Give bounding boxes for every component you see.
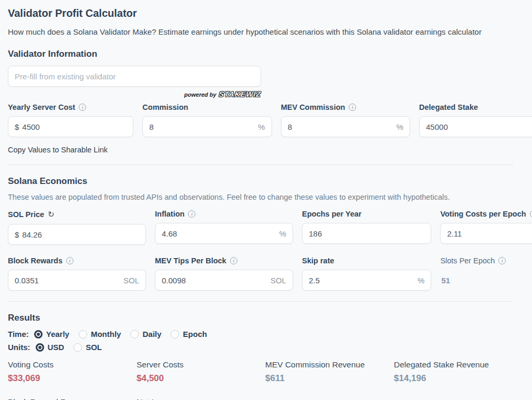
info-icon[interactable]: i xyxy=(230,257,237,264)
slots-per-epoch-value: 51 xyxy=(440,270,532,291)
percent-suffix: % xyxy=(418,276,424,285)
field-voting-costs-per-epoch: Voting Costs per Epoch i SOL xyxy=(440,210,532,245)
result-delegated-stake-revenue: Delegated Stake Revenue $14,196 xyxy=(394,360,514,384)
block-rewards-input[interactable] xyxy=(15,276,119,285)
percent-suffix: % xyxy=(397,122,403,131)
refresh-icon[interactable]: ↻ xyxy=(48,210,55,219)
solana-economics-heading: Solana Economics xyxy=(8,176,514,187)
currency-prefix: $ xyxy=(15,230,19,239)
mev-commission-input[interactable] xyxy=(288,122,392,131)
validator-information-heading: Validator Information xyxy=(8,49,514,59)
time-radio-group: Time: Yearly Monthly Daily Epoch xyxy=(8,330,514,339)
field-delegated-stake: Delegated Stake SOL xyxy=(419,103,532,137)
powered-by-label: powered by xyxy=(184,91,216,98)
sol-price-label: SOL Price ↻ xyxy=(8,210,146,219)
field-epochs-per-year: Epochs per Year xyxy=(302,210,431,245)
radio-icon[interactable] xyxy=(130,330,139,339)
voting-costs-per-epoch-input[interactable] xyxy=(447,229,532,238)
epochs-per-year-label: Epochs per Year xyxy=(302,210,431,218)
time-option-epoch[interactable]: Epoch xyxy=(171,330,207,339)
field-inflation: Inflation i % xyxy=(155,210,293,245)
yearly-server-cost-label: Yearly Server Cost i xyxy=(8,103,133,111)
copy-sharable-link[interactable]: Copy Values to Sharable Link xyxy=(8,146,108,154)
mev-tips-per-block-label: MEV Tips Per Block i xyxy=(155,257,293,265)
result-server-costs: Server Costs $4,500 xyxy=(137,360,256,384)
info-icon[interactable]: i xyxy=(349,104,356,111)
delegated-stake-label: Delegated Stake xyxy=(419,103,532,111)
field-commission: Commission % xyxy=(142,103,272,137)
time-option-yearly[interactable]: Yearly xyxy=(34,330,69,339)
result-mev-commission-revenue: MEV Commission Revenue $611 xyxy=(265,360,385,384)
radio-icon[interactable] xyxy=(79,330,87,339)
radio-icon[interactable] xyxy=(74,343,82,352)
info-icon[interactable]: i xyxy=(79,104,86,111)
time-option-daily[interactable]: Daily xyxy=(130,330,161,339)
commission-input[interactable] xyxy=(149,122,254,131)
validator-fields-grid: Yearly Server Cost i $ Commission % MEV … xyxy=(8,103,514,137)
result-voting-costs: Voting Costs $33,069 xyxy=(8,360,128,384)
section-divider xyxy=(8,165,514,165)
results-heading: Results xyxy=(8,313,514,323)
percent-suffix: % xyxy=(279,229,286,238)
stakewiz-logo: STAKEWIZ xyxy=(218,90,262,98)
delegated-stake-revenue-value: $14,196 xyxy=(394,373,514,384)
epochs-per-year-input[interactable] xyxy=(309,229,424,238)
section-divider xyxy=(8,301,514,302)
page-subtitle: How much does a Solana Validator Make? E… xyxy=(8,26,483,38)
field-mev-tips-per-block: MEV Tips Per Block i SOL xyxy=(155,257,293,291)
mev-commission-label: MEV Commission i xyxy=(281,103,410,111)
results-grid: Voting Costs $33,069 Server Costs $4,500… xyxy=(8,360,514,400)
info-icon[interactable]: i xyxy=(530,210,532,218)
block-rewards-label: Block Rewards i xyxy=(8,257,146,265)
delegated-stake-input[interactable] xyxy=(426,122,530,131)
field-block-rewards: Block Rewards i SOL xyxy=(8,257,146,291)
sol-suffix: SOL xyxy=(270,276,286,285)
economics-fields-grid: SOL Price ↻ $ Inflation i % Epochs per Y… xyxy=(8,210,514,291)
currency-prefix: $ xyxy=(15,122,19,131)
commission-label: Commission xyxy=(142,103,272,111)
info-icon[interactable]: i xyxy=(498,257,506,264)
powered-by: powered bySTAKEWIZ xyxy=(8,89,261,99)
mev-tips-per-block-input[interactable] xyxy=(162,276,266,285)
radio-icon[interactable] xyxy=(171,330,179,339)
inflation-label: Inflation i xyxy=(155,210,293,218)
info-icon[interactable]: i xyxy=(188,210,195,218)
field-sol-price: SOL Price ↻ $ xyxy=(8,210,146,245)
result-block-reward-revenue: Block Reward Revenue $27,354 xyxy=(8,397,128,400)
skip-rate-input[interactable] xyxy=(309,276,413,285)
field-yearly-server-cost: Yearly Server Cost i $ xyxy=(8,103,133,137)
result-net-income: Net Income $4,592 xyxy=(137,397,256,400)
server-costs-value: $4,500 xyxy=(137,373,256,384)
slots-per-epoch-label: Slots Per Epoch i xyxy=(440,257,532,265)
info-icon[interactable]: i xyxy=(66,257,74,264)
units-option-sol[interactable]: SOL xyxy=(74,343,102,352)
yearly-server-cost-input[interactable] xyxy=(22,122,127,131)
mev-commission-revenue-value: $611 xyxy=(265,373,385,384)
skip-rate-label: Skip rate xyxy=(302,257,431,265)
time-option-monthly[interactable]: Monthly xyxy=(79,330,121,339)
time-group-label: Time: xyxy=(8,330,29,339)
prefill-validator-input[interactable] xyxy=(8,66,261,87)
units-radio-group: Units: USD SOL xyxy=(8,343,514,352)
units-option-usd[interactable]: USD xyxy=(36,343,65,352)
solana-economics-description: These values are populated from trusted … xyxy=(8,193,514,201)
radio-selected-icon[interactable] xyxy=(34,330,43,339)
inflation-input[interactable] xyxy=(162,229,275,238)
field-slots-per-epoch: Slots Per Epoch i 51 xyxy=(440,257,532,291)
page-title: Validator Profit Calculator xyxy=(8,7,514,19)
percent-suffix: % xyxy=(258,122,265,131)
voting-costs-per-epoch-label: Voting Costs per Epoch i xyxy=(440,210,532,218)
voting-costs-value: $33,069 xyxy=(8,373,128,384)
field-mev-commission: MEV Commission i % xyxy=(281,103,410,137)
page-content: Validator Profit Calculator How much doe… xyxy=(8,0,514,400)
radio-selected-icon[interactable] xyxy=(36,343,44,352)
sol-price-input[interactable] xyxy=(22,230,139,239)
units-group-label: Units: xyxy=(8,343,30,352)
sol-suffix: SOL xyxy=(123,276,139,285)
field-skip-rate: Skip rate % xyxy=(302,257,431,291)
